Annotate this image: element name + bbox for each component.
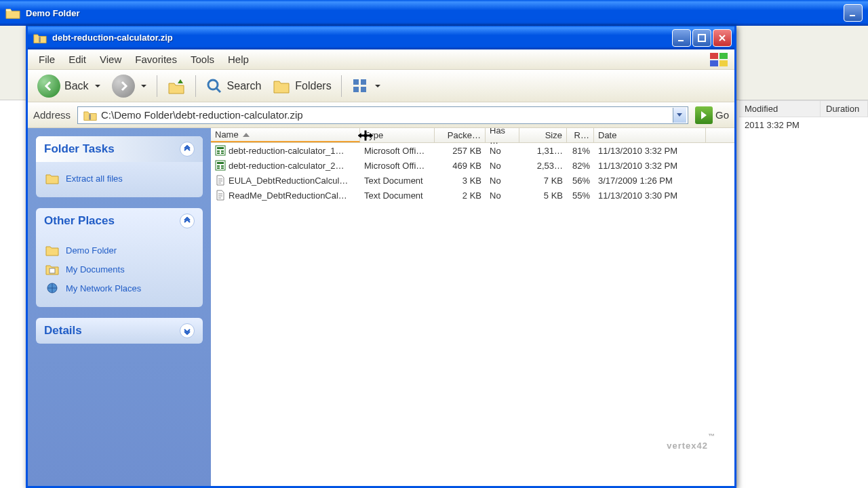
- watermark: vertex42™: [667, 432, 715, 453]
- file-size-cell: 5 KB: [519, 190, 567, 201]
- parent-minimize-button[interactable]: [844, 4, 863, 22]
- file-row[interactable]: EULA_DebtReductionCalcul…Text Document3 …: [211, 173, 734, 188]
- svg-rect-26: [217, 167, 220, 169]
- search-icon: [205, 77, 223, 95]
- menu-help[interactable]: Help: [221, 51, 256, 68]
- other-places-title: Other Places: [44, 214, 180, 228]
- file-size-cell: 7 KB: [519, 176, 567, 186]
- folders-button[interactable]: Folders: [268, 75, 335, 98]
- svg-rect-0: [850, 15, 855, 16]
- file-ratio-cell: 82%: [567, 161, 594, 171]
- file-packed-cell: 257 KB: [435, 146, 486, 156]
- collapse-button[interactable]: [180, 142, 195, 157]
- extract-all-link[interactable]: Extract all files: [41, 169, 197, 188]
- svg-rect-14: [50, 268, 55, 273]
- column-type[interactable]: Type: [360, 128, 435, 142]
- window-controls: [672, 29, 732, 47]
- parent-window-controls: [844, 4, 863, 22]
- file-date-cell: 11/13/2010 3:32 PM: [594, 146, 706, 156]
- folder-tasks-body: Extract all files: [36, 162, 203, 197]
- file-packed-cell: 2 KB: [435, 190, 486, 201]
- svg-rect-20: [217, 152, 220, 154]
- svg-rect-10: [361, 79, 366, 85]
- parent-titlebar[interactable]: Demo Folder: [0, 0, 868, 26]
- column-size[interactable]: Size: [519, 128, 567, 142]
- search-label: Search: [227, 80, 262, 92]
- file-row[interactable]: debt-reduction-calculator_2…Microsoft Of…: [211, 158, 734, 173]
- window-title: debt-reduction-calculator.zip: [52, 33, 173, 43]
- column-ratio[interactable]: R…: [567, 128, 594, 142]
- forward-button[interactable]: [108, 72, 151, 100]
- other-place-my-documents[interactable]: My Documents: [41, 260, 197, 279]
- parent-column-headers: Modified Duration: [739, 100, 868, 117]
- menu-tools[interactable]: Tools: [184, 51, 221, 68]
- menu-view[interactable]: View: [93, 51, 128, 68]
- collapse-button[interactable]: [180, 214, 195, 228]
- file-name-cell: debt-reduction-calculator_2…: [211, 160, 360, 171]
- column-has[interactable]: Has …: [486, 128, 519, 142]
- file-type-cell: Text Document: [360, 190, 435, 201]
- svg-rect-4: [710, 53, 718, 59]
- menu-favorites[interactable]: Favorites: [128, 51, 184, 68]
- side-panel: Folder Tasks Extract all files Other Pla…: [28, 128, 211, 486]
- toolbar: Back Search Folders: [28, 70, 734, 102]
- back-button[interactable]: Back: [33, 72, 105, 100]
- file-size-cell: 2,53…: [519, 161, 567, 171]
- file-name-cell: ReadMe_DebtReductionCal…: [211, 190, 360, 201]
- folder-icon: [5, 6, 20, 20]
- go-label: Go: [715, 109, 729, 121]
- parent-header-duration[interactable]: Duration: [821, 101, 868, 117]
- maximize-button[interactable]: [692, 29, 711, 47]
- file-type-cell: Microsoft Offi…: [360, 161, 435, 171]
- search-button[interactable]: Search: [201, 75, 266, 98]
- titlebar[interactable]: debt-reduction-calculator.zip: [28, 26, 734, 49]
- toolbar-separator: [195, 75, 196, 97]
- folder-tasks-header[interactable]: Folder Tasks: [36, 136, 203, 162]
- windows-logo-icon: [709, 52, 730, 68]
- details-group: Details: [36, 318, 203, 344]
- explorer-window: debt-reduction-calculator.zip File Edit …: [26, 26, 736, 488]
- minimize-button[interactable]: [672, 29, 691, 47]
- svg-rect-5: [719, 53, 728, 59]
- file-packed-cell: 3 KB: [435, 176, 486, 186]
- folder-tasks-title: Folder Tasks: [44, 142, 180, 156]
- svg-rect-13: [89, 114, 91, 119]
- other-place-network[interactable]: My Network Places: [41, 279, 197, 298]
- parent-header-modified[interactable]: Modified: [739, 101, 821, 117]
- expand-button[interactable]: [180, 323, 195, 338]
- address-input-wrap[interactable]: [77, 106, 688, 124]
- svg-rect-3: [698, 35, 705, 41]
- back-label: Back: [64, 80, 89, 92]
- svg-rect-27: [221, 167, 224, 169]
- details-header[interactable]: Details: [36, 318, 203, 344]
- close-button[interactable]: [713, 29, 732, 47]
- svg-point-8: [208, 80, 218, 89]
- address-input[interactable]: [101, 109, 673, 121]
- column-packed[interactable]: Packe…: [435, 128, 486, 142]
- other-places-group: Other Places Demo Folder My Documents My: [36, 208, 203, 307]
- address-dropdown-button[interactable]: [673, 108, 686, 123]
- chevron-down-icon: [374, 83, 381, 89]
- extract-icon: [45, 172, 59, 184]
- menu-file[interactable]: File: [32, 51, 62, 68]
- other-place-label: My Network Places: [66, 283, 141, 293]
- file-ratio-cell: 56%: [567, 176, 594, 186]
- parent-data-row: 2011 3:32 PM: [739, 119, 821, 131]
- file-row[interactable]: ReadMe_DebtReductionCal…Text Document2 K…: [211, 188, 734, 203]
- file-row[interactable]: debt-reduction-calculator_1…Microsoft Of…: [211, 143, 734, 158]
- menu-edit[interactable]: Edit: [62, 51, 93, 68]
- file-has-cell: No: [486, 176, 519, 186]
- column-name[interactable]: Name: [211, 128, 360, 142]
- other-place-demo-folder[interactable]: Demo Folder: [41, 241, 197, 260]
- go-button[interactable]: Go: [695, 106, 729, 124]
- views-button[interactable]: [347, 75, 385, 98]
- file-type-cell: Microsoft Offi…: [360, 146, 435, 156]
- toolbar-separator: [341, 75, 342, 97]
- svg-rect-19: [221, 150, 224, 152]
- folders-label: Folders: [295, 80, 331, 92]
- up-button[interactable]: [163, 74, 190, 98]
- other-places-header[interactable]: Other Places: [36, 208, 203, 234]
- file-has-cell: No: [486, 146, 519, 156]
- column-date[interactable]: Date: [594, 128, 706, 142]
- other-place-label: My Documents: [66, 264, 125, 274]
